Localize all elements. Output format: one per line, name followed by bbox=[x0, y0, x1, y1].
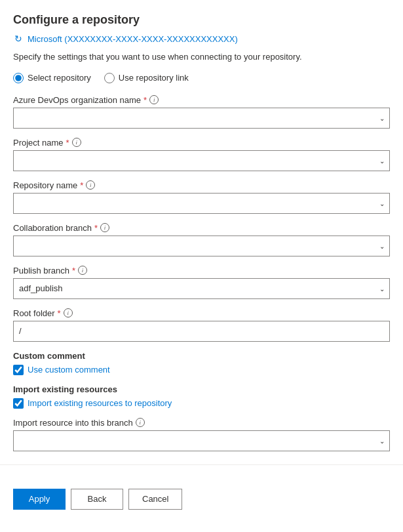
root-folder-label: Root folder * i bbox=[13, 308, 390, 318]
publish-branch-label-text: Publish branch bbox=[13, 266, 69, 276]
publish-branch-required: * bbox=[72, 266, 75, 276]
collab-branch-label-text: Collaboration branch bbox=[13, 223, 92, 233]
back-button[interactable]: Back bbox=[71, 489, 123, 510]
radio-use-link-input[interactable] bbox=[104, 73, 115, 83]
custom-comment-checkbox-label[interactable]: Use custom comment bbox=[13, 365, 390, 375]
publish-branch-label: Publish branch * i bbox=[13, 266, 390, 276]
apply-button[interactable]: Apply bbox=[13, 489, 66, 510]
root-folder-input[interactable]: / bbox=[13, 321, 390, 342]
repository-name-select[interactable] bbox=[13, 193, 390, 214]
radio-select-repository-input[interactable] bbox=[13, 73, 24, 83]
org-name-select[interactable] bbox=[13, 108, 390, 129]
custom-comment-checkbox[interactable] bbox=[13, 365, 24, 375]
radio-use-link[interactable]: Use repository link bbox=[104, 73, 189, 83]
collab-branch-dropdown: ⌄ bbox=[13, 235, 390, 256]
project-name-info-icon[interactable]: i bbox=[72, 138, 81, 147]
org-row: ↻ Microsoft (XXXXXXXX-XXXX-XXXX-XXXXXXXX… bbox=[13, 33, 390, 44]
repository-name-label: Repository name * i bbox=[13, 180, 390, 190]
org-name: Microsoft (XXXXXXXX-XXXX-XXXX-XXXXXXXXXX… bbox=[28, 34, 238, 44]
collab-branch-field: Collaboration branch * i ⌄ bbox=[13, 223, 390, 256]
import-branch-info-icon[interactable]: i bbox=[136, 418, 145, 427]
custom-comment-label-text: Use custom comment bbox=[28, 365, 110, 375]
page-title: Configure a repository bbox=[13, 13, 390, 27]
org-name-label: Azure DevOps organization name * i bbox=[13, 95, 390, 105]
footer: Apply Back Cancel bbox=[0, 478, 403, 523]
project-name-label-text: Project name bbox=[13, 138, 64, 148]
footer-divider bbox=[0, 464, 403, 465]
project-name-select[interactable] bbox=[13, 150, 390, 171]
radio-select-repository-label: Select repository bbox=[28, 73, 91, 83]
publish-branch-select[interactable]: adf_publish bbox=[13, 278, 390, 299]
collab-branch-info-icon[interactable]: i bbox=[100, 223, 109, 232]
custom-comment-title: Custom comment bbox=[13, 351, 390, 361]
import-existing-group: Import existing resources Import existin… bbox=[13, 384, 390, 409]
publish-branch-info-icon[interactable]: i bbox=[78, 266, 87, 275]
radio-use-link-label: Use repository link bbox=[119, 73, 189, 83]
root-folder-label-text: Root folder bbox=[13, 308, 55, 318]
radio-select-repository[interactable]: Select repository bbox=[13, 73, 91, 83]
project-name-dropdown: ⌄ bbox=[13, 150, 390, 171]
import-existing-title: Import existing resources bbox=[13, 384, 390, 394]
cancel-button[interactable]: Cancel bbox=[128, 489, 182, 510]
org-name-dropdown: ⌄ bbox=[13, 108, 390, 129]
repository-name-required: * bbox=[80, 180, 83, 190]
import-branch-field: Import resource into this branch i ⌄ bbox=[13, 418, 390, 451]
org-name-label-text: Azure DevOps organization name bbox=[13, 95, 141, 105]
publish-branch-field: Publish branch * i adf_publish ⌄ bbox=[13, 266, 390, 299]
collab-branch-label: Collaboration branch * i bbox=[13, 223, 390, 233]
root-folder-field: Root folder * i / bbox=[13, 308, 390, 342]
repository-name-dropdown: ⌄ bbox=[13, 193, 390, 214]
root-folder-info-icon[interactable]: i bbox=[64, 308, 73, 317]
root-folder-required: * bbox=[58, 308, 61, 318]
custom-comment-group: Custom comment Use custom comment bbox=[13, 351, 390, 375]
refresh-icon[interactable]: ↻ bbox=[13, 33, 24, 44]
collab-branch-select[interactable] bbox=[13, 235, 390, 256]
repository-name-field: Repository name * i ⌄ bbox=[13, 180, 390, 214]
org-name-info-icon[interactable]: i bbox=[149, 95, 159, 104]
publish-branch-dropdown: adf_publish ⌄ bbox=[13, 278, 390, 299]
import-existing-checkbox-label[interactable]: Import existing resources to repository bbox=[13, 398, 390, 409]
import-existing-label-text: Import existing resources to repository bbox=[28, 398, 172, 408]
import-existing-checkbox[interactable] bbox=[13, 398, 24, 409]
description-text: Specify the settings that you want to us… bbox=[13, 51, 390, 64]
repository-name-info-icon[interactable]: i bbox=[86, 180, 95, 190]
collab-branch-required: * bbox=[94, 223, 98, 233]
org-name-field: Azure DevOps organization name * i ⌄ bbox=[13, 95, 390, 129]
project-name-label: Project name * i bbox=[13, 138, 390, 148]
import-branch-label: Import resource into this branch i bbox=[13, 418, 390, 428]
radio-group: Select repository Use repository link bbox=[13, 73, 390, 83]
repository-name-label-text: Repository name bbox=[13, 180, 77, 190]
project-name-required: * bbox=[66, 138, 69, 148]
org-name-required: * bbox=[144, 95, 147, 105]
project-name-field: Project name * i ⌄ bbox=[13, 138, 390, 171]
import-branch-dropdown: ⌄ bbox=[13, 430, 390, 451]
import-branch-label-text: Import resource into this branch bbox=[13, 418, 133, 428]
import-branch-select[interactable] bbox=[13, 430, 390, 451]
